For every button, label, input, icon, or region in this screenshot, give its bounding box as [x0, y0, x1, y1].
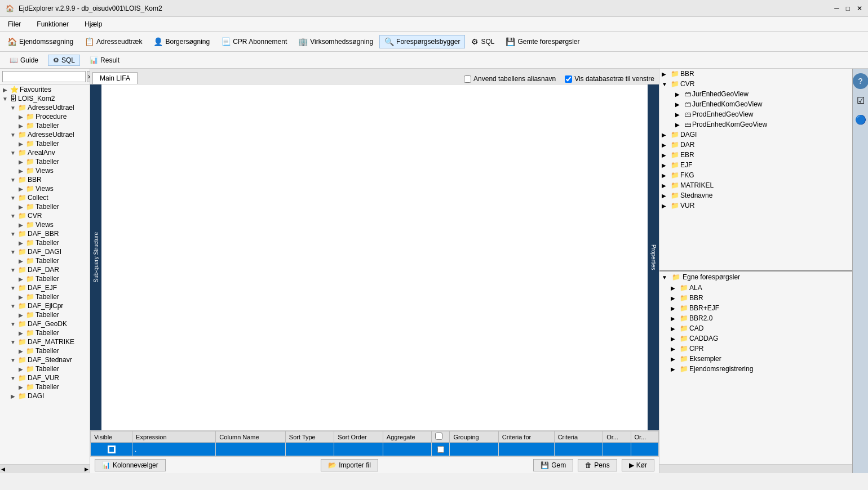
rt-dagi[interactable]: ▶ 📁 DAGI	[659, 130, 852, 140]
rt-ebr[interactable]: ▶ 📁 EBR	[659, 150, 852, 160]
search-input[interactable]	[2, 71, 86, 82]
cell-visible[interactable]	[91, 443, 132, 456]
rt-prodenhedral[interactable]: ▶ 🗃 ProdEnhedKomGeoView	[659, 119, 852, 130]
importer-button[interactable]: 📂 Importer fil	[321, 459, 378, 471]
toolbar-gemte[interactable]: 💾 Gemte forespørgsler	[501, 35, 584, 48]
tree-adresse1[interactable]: ▼ 📁 AdresseUdtrael	[0, 103, 90, 112]
cell-colname[interactable]	[216, 443, 286, 456]
tree-dagi-left[interactable]: ▶ 📁 DAGI	[0, 391, 90, 400]
tree-tabeller-dbbr[interactable]: ▶ 📁 Tabeller	[0, 238, 90, 247]
sec-sql[interactable]: ⚙ SQL	[48, 55, 80, 66]
dbtree-checkbox[interactable]	[565, 75, 572, 83]
rt-prodenhed[interactable]: ▶ 🗃 ProdEnhedGeoView	[659, 109, 852, 119]
menu-filer[interactable]: Filer	[5, 19, 24, 29]
rt-fkg[interactable]: ▶ 📁 FKG	[659, 170, 852, 180]
rb-cad[interactable]: ▶ 📁 CAD	[659, 323, 852, 333]
cell-expression[interactable]: .	[132, 443, 216, 456]
tree-daf-vur[interactable]: ▼ 📁 DAF_VUR	[0, 373, 90, 382]
tree-tabeller-dmatrike[interactable]: ▶ 📁 Tabeller	[0, 346, 90, 355]
rt-vur[interactable]: ▶ 📁 VUR	[659, 201, 852, 211]
rt-matrikel[interactable]: ▶ 📁 MATRIKEL	[659, 180, 852, 190]
left-hscroll[interactable]: ◀ ▶	[0, 464, 90, 473]
tree-tabeller-dstednavr[interactable]: ▶ 📁 Tabeller	[0, 364, 90, 373]
sec-result[interactable]: 📊 Result	[85, 55, 125, 66]
tree-daf-ejlcpr[interactable]: ▼ 📁 DAF_EjlCpr	[0, 301, 90, 310]
tree-views-bbr[interactable]: ▶ 📁 Views	[0, 184, 90, 193]
scroll-right-arrow[interactable]: ▶	[85, 466, 88, 472]
dbtree-checkbox-label[interactable]: Vis databasetræ til venstre	[565, 75, 654, 83]
kor-button[interactable]: ▶ Kør	[622, 459, 654, 471]
grouping-header-checkbox[interactable]	[435, 433, 442, 440]
cell-or2[interactable]	[631, 443, 658, 456]
toolbar-sql[interactable]: ⚙ SQL	[466, 35, 499, 48]
tree-cvr-left[interactable]: ▼ 📁 CVR	[0, 211, 90, 220]
rt-jurenhed[interactable]: ▶ 🗃 JurEnhedGeoView	[659, 89, 852, 99]
cell-or1[interactable]	[603, 443, 631, 456]
rt-cvr[interactable]: ▼ 📁 CVR	[659, 79, 852, 89]
rb-caddag[interactable]: ▶ 📁 CADDAG	[659, 333, 852, 344]
rb-eksempler[interactable]: ▶ 📁 Eksempler	[659, 354, 852, 364]
tree-daf-dar[interactable]: ▼ 📁 DAF_DAR	[0, 265, 90, 274]
help-button[interactable]: ?	[853, 73, 869, 89]
alias-checkbox-label[interactable]: Anvend tabellens aliasnavn	[464, 75, 556, 83]
tree-favourites[interactable]: ▶ ⭐ Favourites	[0, 85, 90, 94]
visible-checkbox[interactable]	[108, 446, 116, 453]
cell-groupcheck[interactable]	[432, 443, 450, 456]
properties-sidebar[interactable]: Properties	[648, 84, 659, 430]
rb-ejd[interactable]: ▶ 📁 Ejendomsregistrering	[659, 364, 852, 374]
tree-views-cvr[interactable]: ▶ 📁 Views	[0, 220, 90, 229]
toolbar-foresporg[interactable]: 🔍 Forespørgselsbygger	[379, 35, 465, 48]
cell-sorttype[interactable]	[285, 443, 334, 456]
rt-stednavne[interactable]: ▶ 📁 Stednavne	[659, 190, 852, 201]
rt-jurenhedral[interactable]: ▶ 🗃 JurEnhedKomGeoView	[659, 99, 852, 109]
check-button[interactable]: ☑	[853, 92, 869, 108]
alias-checkbox[interactable]	[464, 75, 471, 83]
tree-tabeller-dejf[interactable]: ▶ 📁 Tabeller	[0, 292, 90, 301]
pens-button[interactable]: 🗑 Pens	[578, 459, 617, 471]
rt-ejf[interactable]: ▶ 📁 EJF	[659, 160, 852, 170]
info-button[interactable]: 🔵	[853, 112, 869, 127]
cell-criteria[interactable]	[554, 443, 603, 456]
cell-criteriafor[interactable]	[498, 443, 554, 456]
tree-tabeller-a1[interactable]: ▶ 📁 Tabeller	[0, 121, 90, 130]
tree-adresse2[interactable]: ▼ 📁 AdresseUdtrael	[0, 130, 90, 139]
rb-bbr20[interactable]: ▶ 📁 BBR2.0	[659, 313, 852, 323]
tree-daf-stednavr[interactable]: ▼ 📁 DAF_Stednavr	[0, 355, 90, 364]
sec-guide[interactable]: 📖 Guide	[5, 55, 43, 66]
minimize-btn[interactable]: ─	[834, 5, 839, 12]
tree-bbr[interactable]: ▼ 📁 BBR	[0, 175, 90, 184]
cell-aggregate[interactable]	[383, 443, 431, 456]
tree-daf-dagi[interactable]: ▼ 📁 DAF_DAGI	[0, 247, 90, 256]
tree-tabeller-a2[interactable]: ▶ 📁 Tabeller	[0, 139, 90, 148]
row-group-checkbox[interactable]	[437, 446, 444, 453]
close-btn[interactable]: ✕	[857, 5, 862, 12]
tree-tabeller-col[interactable]: ▶ 📁 Tabeller	[0, 202, 90, 211]
rb-bbr[interactable]: ▶ 📁 BBR	[659, 293, 852, 303]
toolbar-ejendoms[interactable]: 🏠 Ejendomssøgning	[2, 35, 78, 48]
scroll-left-arrow[interactable]: ◀	[1, 466, 5, 472]
rt-bbr[interactable]: ▶ 📁 BBR	[659, 69, 852, 79]
tree-daf-ejf[interactable]: ▼ 📁 DAF_EJF	[0, 283, 90, 292]
kolonnevelger-button[interactable]: 📊 Kolonnevælger	[95, 459, 166, 471]
rt-dar[interactable]: ▶ 📁 DAR	[659, 140, 852, 150]
toolbar-virk[interactable]: 🏢 Virksomhedssøgning	[293, 35, 378, 48]
rb-bbrejf[interactable]: ▶ 📁 BBR+EJF	[659, 303, 852, 313]
cell-grouping[interactable]	[450, 443, 498, 456]
tree-tabeller-dvur[interactable]: ▶ 📁 Tabeller	[0, 382, 90, 391]
maximize-btn[interactable]: □	[846, 5, 850, 12]
menu-funktioner[interactable]: Funktioner	[33, 19, 72, 29]
right-bottom-scroll[interactable]	[659, 464, 852, 473]
tree-daf-matrike[interactable]: ▼ 📁 DAF_MATRIKE	[0, 337, 90, 346]
main-lifa-tab[interactable]: Main LIFA	[92, 72, 138, 84]
menu-hjaelp[interactable]: Hjælp	[81, 19, 105, 29]
toolbar-borger[interactable]: 👤 Borgersøgning	[148, 35, 215, 48]
cell-sortorder[interactable]	[334, 443, 383, 456]
tree-collect[interactable]: ▼ 📁 Collect	[0, 193, 90, 202]
tree-tabeller-dejlcpr[interactable]: ▶ 📁 Tabeller	[0, 310, 90, 319]
tree-tabeller-dgeodk[interactable]: ▶ 📁 Tabeller	[0, 328, 90, 337]
tree-views-ar[interactable]: ▶ 📁 Views	[0, 166, 90, 175]
tree-daf-geodk[interactable]: ▼ 📁 DAF_GeoDK	[0, 319, 90, 328]
gem-button[interactable]: 💾 Gem	[533, 459, 573, 471]
tree-lois[interactable]: ▼ 🗄 LOIS_Kom2	[0, 94, 90, 103]
tree-areal[interactable]: ▼ 📁 ArealAnv	[0, 148, 90, 157]
